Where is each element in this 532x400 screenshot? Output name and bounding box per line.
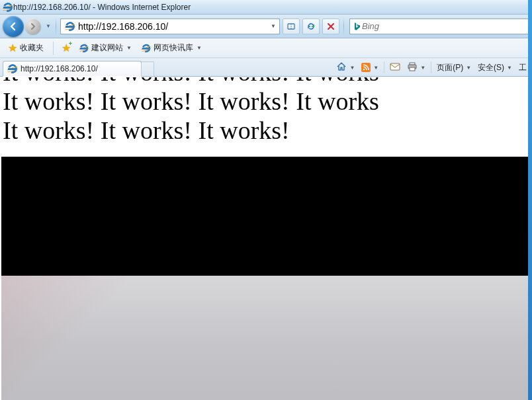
page-text-line: It works! It works! It works!: [0, 116, 532, 145]
dropdown-icon: ▼: [372, 65, 378, 71]
favorites-label: 收藏夹: [20, 42, 44, 54]
refresh-button[interactable]: [302, 19, 320, 34]
separator: [431, 61, 431, 73]
stop-button[interactable]: [322, 19, 339, 34]
ie-icon: [3, 2, 13, 13]
back-button[interactable]: [3, 16, 24, 37]
add-to-favorites-bar-button[interactable]: ★+: [59, 40, 73, 56]
dropdown-icon: ▼: [465, 65, 471, 71]
safety-menu-button[interactable]: 安全(S) ▼: [475, 60, 515, 75]
star-icon: ★: [8, 42, 17, 54]
printer-icon: [407, 62, 418, 73]
window-right-edge: [528, 0, 532, 400]
web-slice-label: 网页快讯库: [154, 42, 193, 54]
dropdown-icon: ▼: [195, 45, 203, 51]
web-slice-gallery-button[interactable]: 网页快讯库 ▼: [138, 41, 206, 55]
title-bar: http://192.168.206.10/ - Windows Interne…: [0, 0, 532, 15]
bing-icon: [353, 22, 362, 31]
page-icon: [7, 63, 18, 74]
read-mail-button[interactable]: [387, 60, 403, 75]
dropdown-icon: ▼: [125, 45, 133, 51]
browser-tab[interactable]: http://192.168.206.10/: [3, 61, 142, 77]
tools-menu-label: 工: [519, 62, 527, 73]
tab-bar: http://192.168.206.10/ ▼ ▼ ▼: [0, 58, 532, 77]
window-title: http://192.168.206.10/ - Windows Interne…: [13, 3, 191, 12]
nav-history-dropdown[interactable]: ▼: [45, 17, 52, 36]
forward-button[interactable]: [25, 19, 41, 34]
address-dropdown[interactable]: ▼: [269, 23, 278, 29]
navigation-bar: ▼ ▼: [0, 15, 532, 38]
page-menu-button[interactable]: 页面(P) ▼: [434, 60, 474, 75]
rss-icon: [361, 63, 371, 72]
text: It works! It works! It works! It works: [3, 77, 379, 86]
compat-view-button[interactable]: [283, 19, 300, 34]
page-menu-label: 页面(P): [437, 62, 463, 73]
address-bar[interactable]: ▼: [60, 19, 280, 34]
dropdown-icon: ▼: [419, 65, 425, 71]
ie-icon: [79, 43, 89, 52]
page-content: It works! It works! It works! It works I…: [0, 77, 532, 400]
search-box[interactable]: [349, 19, 529, 34]
tab-title: http://192.168.206.10/: [21, 64, 137, 73]
search-input[interactable]: [362, 21, 526, 31]
address-input[interactable]: [78, 21, 269, 32]
star-add-icon: ★+: [62, 42, 71, 54]
page-text-line: It works! It works! It works! It works: [0, 87, 532, 116]
suggested-sites-label: 建议网站: [91, 42, 123, 54]
command-bar: ▼ ▼ ▼ 页面(P) ▼ 安全(S) ▼: [333, 60, 529, 75]
tools-menu-button[interactable]: 工: [516, 60, 529, 75]
favorites-bar: ★ 收藏夹 ★+ 建议网站 ▼ 网页快讯库 ▼: [0, 38, 532, 58]
separator: [384, 61, 384, 73]
dropdown-icon: ▼: [506, 65, 512, 71]
suggested-sites-button[interactable]: 建议网站 ▼: [76, 41, 136, 55]
new-tab-button[interactable]: [141, 61, 154, 76]
content-black-region: [1, 157, 532, 276]
feeds-button[interactable]: ▼: [359, 60, 381, 75]
safety-menu-label: 安全(S): [478, 62, 504, 73]
content-grey-region: [1, 276, 532, 400]
home-button[interactable]: ▼: [333, 60, 357, 75]
home-icon: [336, 61, 347, 74]
dropdown-icon: ▼: [348, 65, 355, 71]
separator: [56, 17, 56, 36]
page-text-line: It works! It works! It works! It works: [0, 77, 532, 87]
print-button[interactable]: ▼: [404, 60, 428, 75]
separator: [343, 17, 344, 36]
separator: [53, 42, 54, 55]
svg-point-1: [363, 69, 365, 70]
ie-icon: [142, 43, 151, 52]
svg-rect-2: [390, 63, 400, 70]
svg-rect-5: [410, 67, 415, 71]
page-icon: [65, 21, 75, 32]
favorites-button[interactable]: ★ 收藏夹: [4, 40, 48, 56]
mail-icon: [390, 63, 400, 73]
